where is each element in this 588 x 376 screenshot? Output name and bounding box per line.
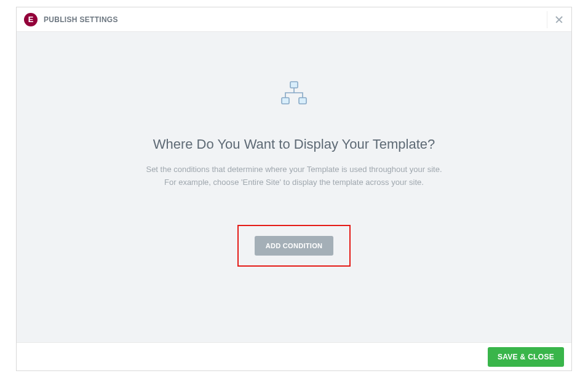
publish-settings-modal: E PUBLISH SETTINGS Where Do You Want to … [16, 7, 572, 371]
svg-rect-1 [282, 98, 289, 104]
description-line-2: For example, choose 'Entire Site' to dis… [146, 176, 442, 189]
highlight-box: ADD CONDITION [237, 225, 351, 267]
modal-footer: SAVE & CLOSE [17, 342, 571, 370]
save-and-close-button[interactable]: SAVE & CLOSE [488, 347, 564, 367]
description-line-1: Set the conditions that determine where … [146, 163, 442, 176]
logo-letter: E [28, 15, 34, 23]
svg-rect-2 [299, 98, 306, 104]
modal-title: PUBLISH SETTINGS [44, 15, 118, 24]
elementor-logo: E [24, 13, 38, 26]
add-condition-button[interactable]: ADD CONDITION [255, 236, 334, 256]
sitemap-icon [280, 81, 308, 106]
modal-body: Where Do You Want to Display Your Templa… [17, 32, 571, 342]
close-icon [555, 16, 563, 23]
modal-header: E PUBLISH SETTINGS [17, 7, 571, 32]
conditions-heading: Where Do You Want to Display Your Templa… [153, 136, 435, 152]
close-button[interactable] [547, 11, 564, 28]
conditions-description: Set the conditions that determine where … [146, 163, 442, 189]
svg-rect-0 [290, 82, 298, 88]
